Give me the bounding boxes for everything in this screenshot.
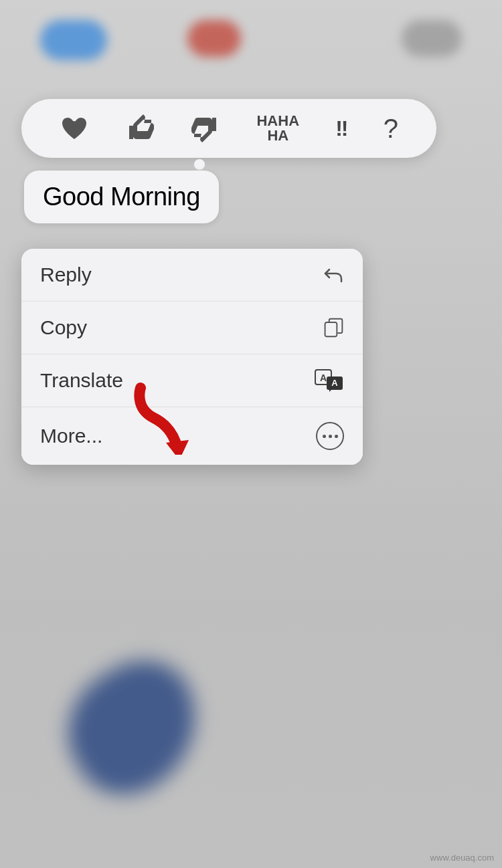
haha-reaction-button[interactable]: HAHA HA [256, 114, 299, 143]
question-text: ? [384, 114, 398, 144]
translate-label: Translate [40, 369, 123, 392]
thumbs-down-reaction-button[interactable] [191, 114, 220, 143]
thumbs-up-reaction-button[interactable] [125, 114, 155, 143]
more-dots-circle [316, 422, 344, 450]
bg-blur-blue [40, 20, 107, 60]
translate-icon: A A [315, 369, 344, 392]
red-arrow [120, 381, 201, 457]
svg-text:A: A [331, 378, 338, 388]
bg-blur-red [187, 20, 241, 57]
more-label: More... [40, 425, 102, 447]
dot-3 [335, 435, 338, 438]
heart-reaction-button[interactable] [60, 115, 89, 142]
copy-icon [323, 317, 344, 338]
dot-1 [323, 435, 326, 438]
message-bubble: Good Morning [24, 171, 219, 223]
more-icon [316, 422, 344, 450]
reply-label: Reply [40, 263, 92, 286]
exclamation-reaction-button[interactable]: !! [335, 116, 347, 141]
message-text: Good Morning [43, 183, 200, 211]
tail-dot-large [194, 159, 205, 170]
reaction-bar: HAHA HA !! ? [21, 99, 436, 158]
svg-text:A: A [320, 372, 327, 383]
copy-menu-item[interactable]: Copy [21, 302, 363, 354]
haha-text-bottom: HA [256, 128, 299, 143]
svg-marker-6 [166, 440, 189, 455]
bg-blur-gray [402, 20, 462, 57]
watermark: www.deuaq.com [430, 853, 494, 863]
dot-2 [329, 435, 332, 438]
reply-icon [323, 264, 344, 286]
reply-menu-item[interactable]: Reply [21, 249, 363, 302]
exclamation-text: !! [335, 116, 347, 141]
svg-rect-0 [325, 322, 337, 336]
question-reaction-button[interactable]: ? [384, 114, 398, 144]
copy-label: Copy [40, 316, 87, 339]
haha-text-top: HAHA [256, 114, 299, 128]
